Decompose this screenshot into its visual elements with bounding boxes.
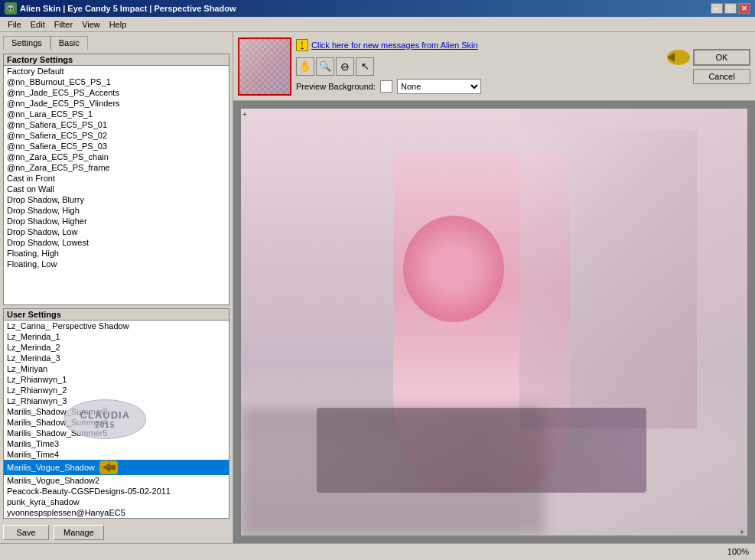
list-item[interactable]: Lz_Rhianwyn_1 — [4, 374, 229, 385]
list-item[interactable]: Lz_Rhianwyn_2 — [4, 385, 229, 396]
selected-item-label: Marilis_Vogue_Shadow — [7, 463, 95, 472]
ok-button[interactable]: OK — [693, 49, 750, 66]
list-item[interactable]: Lz_Rhianwyn_3 — [4, 396, 229, 406]
list-item[interactable]: Lz_Merinda_1 — [4, 331, 229, 342]
user-settings-list-container: User Settings CLAUDIA 2015 Lz_Carina_ Pe… — [3, 308, 229, 519]
zoom-out-icon: ⊖ — [340, 60, 350, 73]
zoom-in-tool-button[interactable]: 🔍 — [316, 57, 334, 76]
list-item-selected[interactable]: Marilis_Vogue_Shadow — [4, 460, 229, 475]
menu-edit[interactable]: Edit — [26, 18, 50, 31]
list-item[interactable]: Lz_Carina_ Perspective Shadow — [4, 321, 229, 331]
list-item[interactable]: @nn_Lara_EC5_PS_1 — [4, 109, 229, 119]
close-button[interactable]: ✕ — [738, 3, 750, 14]
title-bar: 👽 Alien Skin | Eye Candy 5 Impact | Pers… — [0, 0, 755, 17]
preview-thumbnail — [238, 37, 291, 96]
left-panel: Settings Basic Factory Settings Factory … — [0, 32, 233, 543]
list-item[interactable]: Drop Shadow, Blurry — [4, 194, 229, 205]
menu-file[interactable]: File — [3, 18, 26, 31]
list-item[interactable]: punk_kyra_shadow — [4, 497, 229, 507]
list-item[interactable]: Floating, High — [4, 248, 229, 259]
list-item[interactable]: Lz_Merinda_2 — [4, 342, 229, 353]
top-toolbar: ! Click here for new messages from Alien… — [233, 32, 755, 101]
right-panel-element — [519, 130, 697, 429]
list-item[interactable]: Lz_Miriyan — [4, 363, 229, 374]
maximize-button[interactable]: □ — [724, 3, 737, 14]
list-item[interactable]: Drop Shadow, High — [4, 205, 229, 216]
title-bar-text: Alien Skin | Eye Candy 5 Impact | Perspe… — [20, 4, 711, 13]
user-settings-scroll[interactable]: CLAUDIA 2015 Lz_Carina_ Perspective Shad… — [4, 321, 229, 518]
list-item[interactable]: Cast in Front — [4, 173, 229, 184]
list-item[interactable]: yvonnespsplessen@HanyaEC5 — [4, 507, 229, 518]
factory-settings-section: Factory Settings Factory Default @nn_BBu… — [3, 54, 229, 305]
save-button[interactable]: Save — [3, 525, 49, 540]
list-item[interactable]: @nn_BBurnout_EC5_PS_1 — [4, 77, 229, 87]
main-content: Settings Basic Factory Settings Factory … — [0, 32, 755, 543]
tab-basic[interactable]: Basic — [50, 36, 88, 50]
list-item[interactable]: Factory Default — [4, 66, 229, 77]
toolbar-middle: ! Click here for new messages from Alien… — [296, 39, 681, 94]
factory-settings-scroll[interactable]: Factory Default @nn_BBurnout_EC5_PS_1 @n… — [4, 66, 229, 304]
list-item[interactable]: Marilis_Shadow_Summer3 — [4, 406, 229, 417]
list-item[interactable]: @nn_Safiera_EC5_PS_03 — [4, 141, 229, 151]
list-item[interactable]: @nn_Jade_EC5_PS_Vlinders — [4, 98, 229, 109]
list-item[interactable]: Cast on Wall — [4, 184, 229, 194]
minimize-button[interactable]: – — [711, 3, 723, 14]
zoom-icon: 🔍 — [319, 60, 331, 72]
message-text[interactable]: Click here for new messages from Alien S… — [311, 41, 478, 50]
preview-color-swatch[interactable] — [380, 80, 392, 93]
list-item[interactable]: Drop Shadow, Higher — [4, 216, 229, 226]
list-item[interactable]: Floating, Low — [4, 259, 229, 269]
manage-button[interactable]: Manage — [54, 525, 104, 540]
rose-element — [403, 216, 504, 323]
preview-canvas: + + — [241, 109, 747, 536]
arrow-icon — [99, 461, 118, 474]
status-bar: 100% — [0, 543, 755, 558]
window-controls: – □ ✕ — [711, 3, 750, 14]
right-panel: ! Click here for new messages from Alien… — [233, 32, 755, 543]
list-item[interactable]: @nn_Zara_EC5_PS_chain — [4, 151, 229, 162]
tab-settings[interactable]: Settings — [3, 36, 50, 50]
tabs: Settings Basic — [3, 35, 229, 49]
ok-cancel-area: OK Cancel — [685, 49, 750, 84]
cancel-button[interactable]: Cancel — [693, 69, 750, 84]
hand-tool-button[interactable]: ✋ — [296, 57, 314, 76]
arrow-indicator — [99, 461, 118, 474]
preview-checkered-bg: + + — [241, 109, 747, 536]
user-settings-label: User Settings — [7, 310, 61, 319]
app-icon: 👽 — [5, 2, 17, 15]
preview-bg-select[interactable]: None Black White Custom... — [397, 79, 481, 94]
list-item[interactable]: Lz_Merinda_3 — [4, 353, 229, 363]
list-item[interactable]: Marilis_Shadow_Summer4 — [4, 417, 229, 428]
select-icon: ↖ — [361, 60, 369, 72]
hand-tool-icon: ✋ — [299, 60, 311, 72]
menu-help[interactable]: Help — [105, 18, 132, 31]
list-item[interactable]: Marilis_Vogue_Shadow2 — [4, 475, 229, 486]
factory-settings-label: Factory Settings — [7, 55, 73, 64]
list-item[interactable]: Drop Shadow, Low — [4, 226, 229, 237]
thumb-checkered-bg — [239, 39, 290, 94]
list-item[interactable]: @nn_Zara_EC5_PS_frame — [4, 162, 229, 173]
preview-bg-label: Preview Background: — [296, 82, 376, 91]
menu-view[interactable]: View — [77, 18, 105, 31]
list-item[interactable]: @nn_Safiera_EC5_PS_02 — [4, 130, 229, 141]
list-item[interactable]: Marilis_Time4 — [4, 449, 229, 460]
svg-marker-0 — [103, 463, 110, 472]
select-tool-button[interactable]: ↖ — [356, 57, 374, 76]
list-item[interactable]: Marilis_Shadow_Summer5 — [4, 428, 229, 438]
zoom-out-tool-button[interactable]: ⊖ — [336, 57, 354, 76]
factory-settings-list-container: Factory Settings Factory Default @nn_BBu… — [3, 54, 229, 305]
menu-bar: File Edit Filter View Help — [0, 17, 755, 32]
bottom-buttons: Save Manage — [3, 522, 229, 540]
message-icon: ! — [296, 39, 308, 51]
thumb-image — [239, 39, 290, 94]
list-item[interactable]: Marilis_Time3 — [4, 438, 229, 449]
preview-bg-row: Preview Background: None Black White Cus… — [296, 79, 681, 94]
zoom-level: 100% — [727, 547, 749, 556]
list-item[interactable]: Peacock-Beauty-CGSFDesigns-05-02-2011 — [4, 486, 229, 497]
tool-buttons: ✋ 🔍 ⊖ ↖ — [296, 57, 681, 76]
message-bar[interactable]: ! Click here for new messages from Alien… — [296, 39, 681, 51]
list-item[interactable]: @nn_Safiera_EC5_PS_01 — [4, 119, 229, 130]
menu-filter[interactable]: Filter — [50, 18, 77, 31]
list-item[interactable]: Drop Shadow, Lowest — [4, 237, 229, 248]
list-item[interactable]: @nn_Jade_EC5_PS_Accents — [4, 87, 229, 98]
